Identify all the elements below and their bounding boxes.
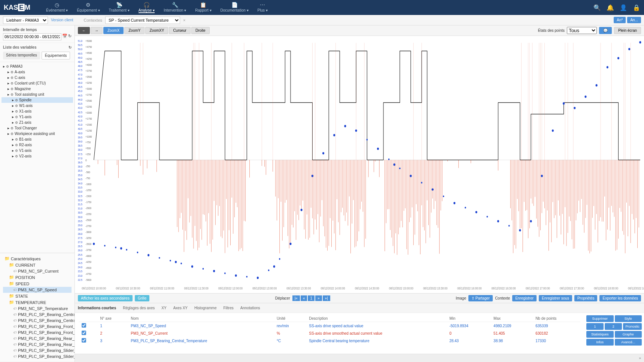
action-graphe[interactable]: Graphe — [615, 331, 642, 338]
char-node[interactable]: 🏷PM3_NC_SP_Temperature — [3, 306, 72, 312]
char-node[interactable]: 🏷PM3_PLC_SP_Bearing_Slider_T... — [3, 353, 72, 359]
tree-node[interactable]: ▸⚙B1-axis — [1, 136, 73, 142]
char-node[interactable]: 🏷PM3_PLC_SP_Bearing_Central... — [3, 317, 72, 323]
nav-équipement[interactable]: ⚙Équipement ▾ — [77, 2, 100, 13]
char-node[interactable]: 📁SPEED — [3, 280, 72, 287]
chart-canvas[interactable]: 51.050.550.049.549.048.548.047.547.046.5… — [75, 36, 644, 293]
fullscreen-btn[interactable]: Plein écran — [614, 27, 641, 34]
data-tab[interactable]: Annotations — [240, 306, 260, 310]
action-avancé...[interactable]: Avancé... — [615, 339, 642, 346]
tab-equipments[interactable]: Équipements — [42, 52, 70, 59]
action-pronostic[interactable]: Pronostic — [623, 323, 642, 330]
tree-node[interactable]: ▸⚙Tool assisting unit — [1, 92, 73, 97]
tree-node[interactable]: ▸⚙Workpiece assisting unit — [1, 131, 73, 136]
char-node[interactable]: 📁TEMPERATURE — [3, 299, 72, 306]
page-nav-btn[interactable]: « — [301, 295, 307, 301]
show-axes-btn[interactable]: Afficher les axes secondaires — [78, 295, 133, 301]
char-node[interactable]: 🏷PM3_NC_SP_Speed — [3, 287, 72, 293]
user-icon[interactable]: 👤 — [620, 4, 627, 11]
search-icon[interactable]: 🔍 — [593, 4, 601, 11]
page-nav-btn[interactable]: » — [315, 295, 322, 301]
data-tab[interactable]: Axes XY — [173, 306, 188, 310]
tree-node[interactable]: ▸⚙X1-axis — [1, 108, 73, 114]
zoom-btn-5[interactable]: Curseur — [169, 27, 191, 34]
action-statistiques[interactable]: Statistiques — [586, 331, 614, 338]
data-tab[interactable]: XY — [161, 306, 166, 310]
tree-node[interactable]: ▸⚙Z1-axis — [1, 120, 73, 125]
save-btn[interactable]: Enregistrer — [512, 295, 537, 301]
tree-node[interactable]: ▸⚙Y1-axis — [1, 114, 73, 120]
page-nav-btn[interactable]: 1 — [308, 295, 315, 301]
refresh-vars-icon[interactable]: ↻ — [69, 45, 72, 49]
nav-plus[interactable]: ⋯Plus ▾ — [258, 2, 268, 13]
char-node[interactable]: 🏷PM3_PLC_SP_Bearing_Central... — [3, 312, 72, 317]
char-node[interactable]: 🏷PM3_PLC_SP_Bearing_Rear_S... — [3, 341, 72, 347]
tree-node[interactable]: ▸⚙C-axis — [1, 75, 73, 80]
tree-node[interactable]: ▸⚙R2-axis — [1, 142, 73, 148]
nav-analyse[interactable]: 🎧Analyse ▾ — [139, 2, 155, 13]
tree-node[interactable]: ▸⚙Coolant unit (CTU) — [1, 80, 73, 86]
row-checkbox[interactable] — [82, 338, 86, 343]
action-1[interactable]: 1 — [586, 323, 604, 330]
table-row[interactable]: 1PM3_NC_SP_Speed rev/minSS-axis drive sp… — [79, 322, 580, 330]
tab-timeseries[interactable]: Séries temporelles — [3, 52, 40, 59]
tree-node[interactable]: ▸⚙W1-axis — [1, 103, 73, 108]
calendar-icon[interactable]: 📅 — [62, 34, 67, 39]
char-node[interactable]: 🏷PM3_PLC_SP_Bearing_Front_S... — [3, 329, 72, 335]
bell-icon[interactable]: 🔔 — [607, 4, 614, 11]
zoom-btn-1[interactable]: → — [91, 27, 103, 34]
row-checkbox[interactable] — [82, 323, 86, 328]
equipment-select[interactable]: Liebherr - PAMA3 — [3, 16, 48, 24]
nav-documentation[interactable]: 📄Documentation ▾ — [221, 2, 249, 13]
zoom-btn-3[interactable]: ZoomY — [124, 27, 145, 34]
points-state-select[interactable]: Tous — [567, 27, 597, 34]
zoom-btn-6[interactable]: Droite — [191, 27, 210, 34]
zoom-btn-0[interactable]: ← — [78, 27, 90, 34]
tree-node[interactable]: ▸⚙A-axis — [1, 69, 73, 75]
lock-icon[interactable]: 🔒 — [633, 4, 640, 11]
comments-icon[interactable]: 💬 — [599, 27, 612, 34]
data-tab[interactable]: Réglages des axes — [123, 306, 155, 310]
nav-intervention[interactable]: 🔧Intervention ▾ — [164, 2, 186, 13]
char-node[interactable]: 📁STATE — [3, 293, 72, 299]
context-remove-icon[interactable]: × — [183, 18, 185, 22]
char-node[interactable]: 📁CURRENT — [3, 262, 72, 268]
data-tab[interactable]: Histogramme — [194, 306, 216, 310]
grid-btn[interactable]: Grille — [135, 295, 149, 301]
row-checkbox[interactable] — [82, 331, 86, 335]
page-nav-btn[interactable]: »| — [323, 295, 330, 301]
analysis-btn-1[interactable]: An* — [614, 17, 626, 23]
characteristics-root[interactable]: 📁 Caractéristiques — [3, 255, 72, 262]
tree-node[interactable]: ▸⚙PAMA3 — [1, 64, 73, 69]
data-tab[interactable]: Filtres — [223, 306, 233, 310]
share-btn[interactable]: ⇪ Partager — [468, 295, 493, 301]
action-supprimer[interactable]: Supprimer — [586, 315, 614, 322]
tree-node[interactable]: ▸⚙Tool Changer — [1, 125, 73, 131]
tree-node[interactable]: ▸⚙Spindle — [1, 97, 73, 103]
data-tab[interactable]: Informations courbes — [78, 306, 116, 310]
action-2[interactable]: 2 — [605, 323, 622, 330]
props-btn[interactable]: Propriétés — [574, 295, 598, 301]
nav-rapport[interactable]: 📋Rapport ▾ — [195, 2, 211, 13]
refresh-icon[interactable]: ↻ — [68, 34, 72, 39]
nav-événement[interactable]: ◷Événement ▾ — [46, 2, 68, 13]
char-node[interactable]: 🏷PM3_PLC_SP_Bearing_Slider_T... — [3, 347, 72, 353]
action-style[interactable]: Style — [615, 315, 642, 322]
table-row[interactable]: 2PM3_NC_SP_Current %SS-axis drive smooth… — [79, 329, 580, 337]
char-node[interactable]: 🏷PM3_NC_SP_Current — [3, 268, 72, 274]
analysis-btn-2[interactable]: An... — [627, 17, 641, 23]
context-select[interactable]: SP - Speed Current Temperature — [105, 16, 180, 24]
date-range-input[interactable] — [3, 33, 61, 40]
zoom-btn-4[interactable]: ZoomXY — [145, 27, 168, 34]
tree-node[interactable]: ▸⚙Magazine — [1, 86, 73, 92]
action-infos[interactable]: Infos — [586, 339, 614, 346]
page-nav-btn[interactable]: |« — [292, 295, 300, 301]
saveas-btn[interactable]: Enregistrer sous — [539, 295, 572, 301]
tree-node[interactable]: ▸⚙V2-axis — [1, 153, 73, 159]
tree-node[interactable]: ▸⚙V1-axis — [1, 148, 73, 153]
char-node[interactable]: 🏷PM3_PLC_SP_Bearing_Front_S... — [3, 323, 72, 329]
table-row[interactable]: 3PM3_PLC_SP_Bearing_Central_Temperature … — [79, 337, 580, 344]
version-link[interactable]: Version client — [51, 18, 73, 22]
zoom-btn-2[interactable]: ZoomX — [103, 27, 124, 34]
nav-traitement[interactable]: 📡Traitement ▾ — [109, 2, 130, 13]
